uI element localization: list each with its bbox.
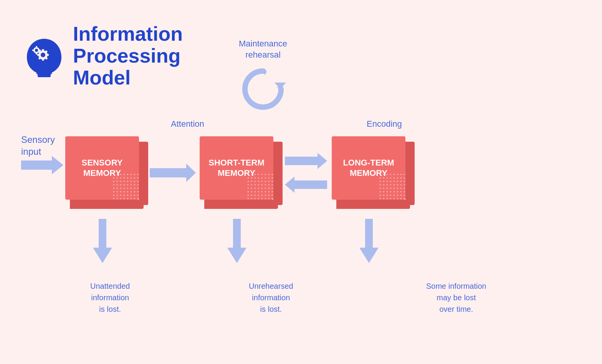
encoding-retrieval-arrows	[285, 151, 327, 194]
short-term-memory-label: SHORT-TERMMEMORY	[208, 158, 264, 178]
svg-marker-19	[93, 219, 112, 263]
svg-marker-23	[285, 177, 327, 193]
long-term-lost-label: Some informationmay be lostover time.	[426, 280, 486, 315]
svg-point-2	[41, 53, 45, 57]
title-line2: Processing	[73, 45, 180, 67]
svg-rect-14	[36, 53, 37, 55]
retrieval-arrow	[285, 175, 327, 194]
unrehearsed-label: Unrehearsedinformationis lost.	[249, 280, 293, 315]
brain-icon	[23, 35, 65, 77]
encoding-label: Encoding	[367, 119, 402, 129]
maintenance-rehearsal-label: Maintenancerehearsal	[238, 38, 288, 60]
short-term-memory-block: SHORT-TERMMEMORY	[200, 136, 280, 209]
unattended-label: Unattendedinformationis lost.	[90, 280, 130, 315]
title-line3: Model	[73, 66, 131, 89]
rehearsal-arrow-icon	[238, 64, 288, 114]
encoding-arrow	[285, 151, 327, 170]
svg-marker-20	[150, 164, 196, 182]
svg-marker-24	[359, 219, 379, 263]
svg-marker-18	[21, 156, 63, 174]
svg-rect-16	[32, 50, 34, 51]
title-line1: Information	[73, 23, 183, 45]
sensory-memory-label: SENSORYMEMORY	[82, 158, 123, 178]
page-title: Information Processing Model	[73, 23, 183, 89]
sensory-down-arrow	[93, 219, 112, 265]
svg-rect-3	[42, 49, 44, 51]
main-diagram: SENSORYMEMORY SHORT-TERMMEMORY	[65, 136, 412, 209]
long-term-memory-label: LONG-TERMMEMORY	[343, 158, 394, 178]
svg-rect-13	[36, 46, 37, 48]
maintenance-rehearsal-group: Maintenancerehearsal	[238, 38, 288, 116]
svg-rect-0	[38, 73, 51, 77]
svg-marker-22	[285, 153, 327, 169]
svg-rect-6	[37, 54, 40, 56]
header: Information Processing Model	[23, 23, 183, 89]
svg-marker-21	[227, 219, 246, 263]
attention-label: Attention	[171, 119, 204, 129]
svg-rect-4	[42, 58, 44, 61]
long-term-down-arrow	[359, 219, 379, 265]
attention-arrow	[150, 161, 196, 184]
svg-rect-15	[39, 50, 41, 51]
svg-point-12	[35, 49, 38, 52]
svg-rect-5	[46, 54, 49, 56]
long-term-memory-block: LONG-TERMMEMORY	[332, 136, 412, 209]
sensory-memory-block: SENSORYMEMORY	[65, 136, 146, 209]
sensory-input-arrow	[21, 154, 63, 177]
short-term-down-arrow	[227, 219, 246, 265]
